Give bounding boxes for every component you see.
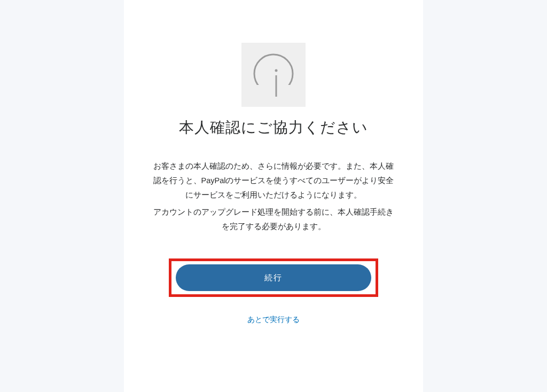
continue-button[interactable]: 続行	[176, 264, 371, 291]
later-link[interactable]: あとで実行する	[247, 315, 300, 325]
description-paragraph-1: お客さまの本人確認のため、さらに情報が必要です。また、本人確認を行うと、PayP…	[151, 159, 396, 202]
svg-rect-1	[251, 85, 296, 98]
continue-button-highlight: 続行	[169, 258, 378, 297]
svg-point-2	[275, 69, 278, 72]
description-paragraph-2: アカウントのアップグレード処理を開始する前に、本人確認手続きを完了する必要があり…	[151, 205, 396, 234]
body-text-area: お客さまの本人確認のため、さらに情報が必要です。また、本人確認を行うと、PayP…	[150, 159, 397, 237]
info-icon	[251, 52, 296, 98]
page-title: 本人確認にご協力ください	[179, 117, 368, 138]
info-icon-box	[241, 43, 306, 107]
verification-card: 本人確認にご協力ください お客さまの本人確認のため、さらに情報が必要です。また、…	[124, 0, 423, 392]
